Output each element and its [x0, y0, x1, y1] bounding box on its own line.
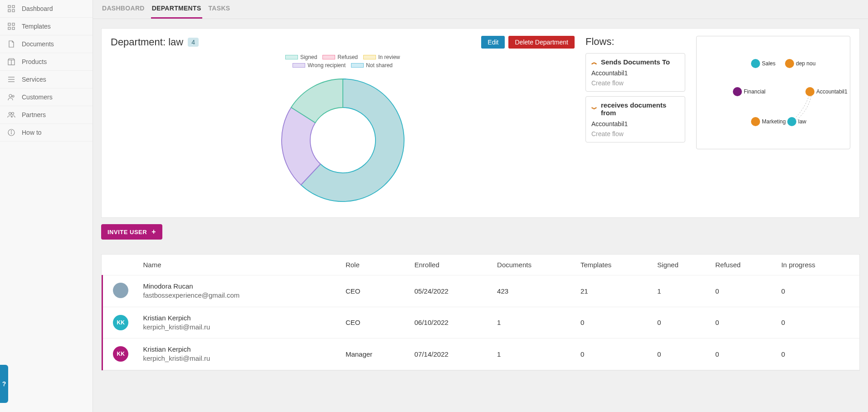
sidebar-label: Partners — [22, 111, 46, 118]
cell-inprogress: 0 — [777, 338, 859, 370]
list-icon — [7, 75, 15, 83]
sidebar-item-services[interactable]: Services — [0, 71, 93, 88]
user-icon — [7, 93, 15, 101]
svg-point-18 — [11, 131, 11, 131]
cell-documents: 1 — [493, 338, 576, 370]
tab-departments[interactable]: DEPARTMENTS — [151, 0, 202, 19]
document-icon — [7, 40, 15, 48]
plus-icon: + — [151, 228, 156, 236]
svg-point-15 — [12, 113, 14, 115]
tab-tasks[interactable]: TASKS — [208, 0, 231, 19]
svg-point-14 — [9, 113, 11, 115]
user-name: Kristian Kerpich — [143, 345, 336, 354]
table-row[interactable]: Minodora Rucanfastbossexperience@gmail.c… — [102, 275, 860, 307]
cell-refused: 0 — [711, 275, 776, 307]
users-table: Name Role Enrolled Documents Templates S… — [102, 255, 859, 370]
edit-button[interactable]: Edit — [481, 36, 505, 49]
cell-inprogress: 0 — [777, 307, 859, 338]
table-row[interactable]: KKKristian Kerpichkerpich_kristi@mail.ru… — [102, 307, 860, 338]
create-flow-link[interactable]: Create flow — [591, 79, 679, 87]
templates-icon — [7, 22, 15, 30]
sidebar-item-customers[interactable]: Customers — [0, 88, 93, 106]
col-inprogress: In progress — [777, 255, 859, 275]
flow-card-sends: ︽Sends Documents To Accountabil1 Create … — [585, 53, 685, 92]
graph-node[interactable]: Accountabil1 — [805, 87, 848, 96]
sidebar-item-howto[interactable]: How to — [0, 124, 93, 142]
delete-department-button[interactable]: Delete Department — [508, 36, 575, 49]
sidebar-item-partners[interactable]: Partners — [0, 106, 93, 124]
users-icon — [7, 111, 15, 119]
user-name: Minodora Rucan — [143, 282, 336, 291]
invite-user-button[interactable]: INVITE USER + — [101, 224, 162, 240]
col-refused: Refused — [711, 255, 776, 275]
sidebar-label: How to — [22, 129, 42, 136]
user-email: kerpich_kristi@mail.ru — [143, 323, 336, 332]
graph-node[interactable]: dep nou — [785, 59, 815, 68]
sidebar-item-templates[interactable]: Templates — [0, 18, 93, 35]
graph-node[interactable]: Financial — [733, 87, 766, 96]
help-tab[interactable]: ? — [0, 365, 8, 403]
user-email: fastbossexperience@gmail.com — [143, 291, 336, 300]
flow-heading: receives documents from — [601, 101, 679, 117]
sidebar: Dashboard Templates Documents Products S… — [0, 0, 93, 412]
chevrons-down-icon: ︾ — [591, 106, 597, 112]
svg-rect-6 — [8, 27, 10, 29]
table-row[interactable]: KKKristian Kerpichkerpich_kristi@mail.ru… — [102, 338, 860, 370]
flow-graph[interactable]: Salesdep nouFinancialAccountabil1Marketi… — [696, 36, 850, 149]
sidebar-label: Dashboard — [22, 5, 53, 12]
cell-inprogress: 0 — [777, 275, 859, 307]
col-enrolled: Enrolled — [410, 255, 493, 275]
dashboard-icon — [7, 5, 15, 13]
flows-heading: Flows: — [585, 36, 685, 48]
avatar: KK — [113, 315, 128, 330]
user-name: Kristian Kerpich — [143, 314, 336, 323]
cell-role: CEO — [341, 275, 410, 307]
legend-item[interactable]: Not shared — [351, 62, 393, 69]
tab-dashboard[interactable]: DASHBOARD — [101, 0, 146, 19]
users-table-wrap: Name Role Enrolled Documents Templates S… — [101, 254, 860, 371]
cell-signed: 0 — [653, 307, 711, 338]
cell-templates: 0 — [576, 338, 653, 370]
sidebar-item-documents[interactable]: Documents — [0, 35, 93, 53]
page-title: Department: law — [111, 36, 183, 48]
svg-rect-2 — [8, 10, 10, 12]
flow-item[interactable]: Accountabil1 — [591, 69, 679, 77]
cell-enrolled: 07/14/2022 — [410, 338, 493, 370]
cell-role: Manager — [341, 338, 410, 370]
col-role: Role — [341, 255, 410, 275]
svg-rect-5 — [12, 23, 15, 25]
legend-item[interactable]: Signed — [285, 54, 317, 60]
user-email: kerpich_kristi@mail.ru — [143, 354, 336, 363]
graph-node[interactable]: Marketing — [751, 117, 786, 126]
cell-refused: 0 — [711, 338, 776, 370]
cell-role: CEO — [341, 307, 410, 338]
flow-card-receives: ︾receives documents from Accountabil1 Cr… — [585, 96, 685, 142]
box-icon — [7, 58, 15, 66]
sidebar-item-products[interactable]: Products — [0, 53, 93, 71]
cell-enrolled: 05/24/2022 — [410, 275, 493, 307]
cell-signed: 1 — [653, 275, 711, 307]
legend-item[interactable]: Refused — [322, 54, 358, 60]
status-donut-chart — [275, 72, 411, 208]
svg-rect-0 — [8, 5, 10, 8]
col-name: Name — [139, 255, 341, 275]
graph-node[interactable]: law — [787, 117, 806, 126]
cell-refused: 0 — [711, 307, 776, 338]
graph-node[interactable]: Sales — [751, 59, 775, 68]
svg-rect-3 — [12, 10, 15, 12]
chevrons-up-icon: ︽ — [591, 59, 597, 65]
legend-item[interactable]: In review — [363, 54, 400, 60]
legend-item[interactable]: Wrong recipient — [293, 62, 346, 69]
col-templates: Templates — [576, 255, 653, 275]
cell-templates: 0 — [576, 307, 653, 338]
svg-point-13 — [12, 95, 14, 97]
sidebar-item-dashboard[interactable]: Dashboard — [0, 0, 93, 18]
col-documents: Documents — [493, 255, 576, 275]
create-flow-link[interactable]: Create flow — [591, 130, 679, 137]
user-count-badge: 4 — [188, 38, 199, 47]
cell-enrolled: 06/10/2022 — [410, 307, 493, 338]
flow-item[interactable]: Accountabil1 — [591, 120, 679, 128]
info-icon — [7, 128, 15, 137]
col-signed: Signed — [653, 255, 711, 275]
svg-rect-1 — [12, 5, 15, 8]
